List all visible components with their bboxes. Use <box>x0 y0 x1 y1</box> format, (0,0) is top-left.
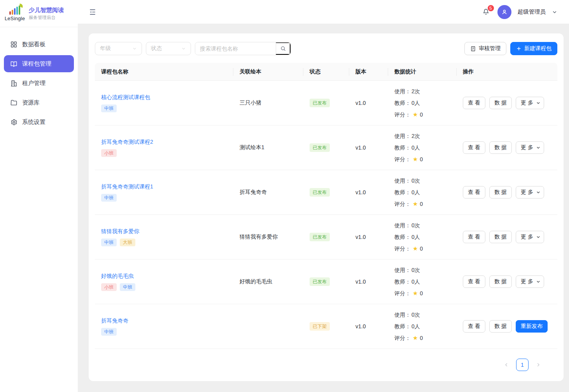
table-row: 折耳兔奇奇 中班 已下架 v1.0 使用：0次教师：0人评分：★0 查看数据重新… <box>95 304 557 349</box>
status-filter-select[interactable]: 状态 <box>146 42 191 55</box>
table-row: 核心流程测试课程包 中班 三只小猪 已发布 v1.0 使用：2次教师：0人评分：… <box>95 81 557 125</box>
rating-stat: 评分：★0 <box>394 109 450 120</box>
sidebar-item-label: 租户管理 <box>22 80 46 87</box>
view-button[interactable]: 查看 <box>463 320 485 333</box>
teachers-stat: 教师：0人 <box>394 142 450 153</box>
linked-book: 测试绘本1 <box>233 144 303 151</box>
star-icon: ★ <box>413 198 418 210</box>
more-button[interactable]: 更多 <box>516 141 544 154</box>
previous-page-icon[interactable] <box>504 362 509 368</box>
row-actions: 查看数据更多 <box>457 231 557 243</box>
usage-stat: 使用：2次 <box>394 130 450 142</box>
data-button[interactable]: 数据 <box>489 141 512 154</box>
data-button[interactable]: 数据 <box>489 186 512 199</box>
grade-tags: 中班 <box>101 328 227 336</box>
row-actions: 查看数据重新发布 <box>457 320 557 333</box>
status-filter-placeholder: 状态 <box>151 45 162 52</box>
version: v1.0 <box>349 234 388 240</box>
row-actions: 查看数据更多 <box>457 186 557 199</box>
version: v1.0 <box>349 323 388 329</box>
sidebar-item-resources[interactable]: 资源库 <box>4 94 74 111</box>
user-name[interactable]: 超级管理员 <box>518 8 546 16</box>
grade-tag: 中班 <box>101 239 117 246</box>
chevron-down-icon <box>181 46 186 51</box>
course-package-link[interactable]: 折耳兔奇奇 <box>101 317 128 324</box>
teachers-stat: 教师：0人 <box>394 186 450 198</box>
user-menu-chevron-down-icon[interactable] <box>552 9 557 15</box>
course-package-link[interactable]: 折耳兔奇奇测试课程1 <box>101 183 153 190</box>
page-number-button[interactable]: 1 <box>516 359 529 371</box>
star-icon: ★ <box>413 153 418 165</box>
grade-tag: 大班 <box>120 239 135 246</box>
sidebar-item-dashboard[interactable]: 数据看板 <box>4 36 74 53</box>
data-button[interactable]: 数据 <box>489 231 512 243</box>
republish-button[interactable]: 重新发布 <box>516 320 548 333</box>
grade-tags: 小班中班 <box>101 283 227 291</box>
more-button[interactable]: 更多 <box>516 231 544 243</box>
grade-tag: 中班 <box>101 194 117 202</box>
table-body: 核心流程测试课程包 中班 三只小猪 已发布 v1.0 使用：2次教师：0人评分：… <box>95 81 557 349</box>
view-button[interactable]: 查看 <box>463 97 485 109</box>
row-actions: 查看数据更多 <box>457 97 557 109</box>
notification-bell-icon[interactable]: 5 <box>481 7 491 17</box>
chevron-down-icon <box>132 46 137 51</box>
review-management-button[interactable]: 审核管理 <box>464 42 506 55</box>
teachers-stat: 教师：0人 <box>394 321 450 332</box>
course-package-link[interactable]: 猜猜我有多爱你 <box>101 228 139 235</box>
view-button[interactable]: 查看 <box>463 186 485 199</box>
user-avatar[interactable] <box>497 5 511 19</box>
grade-tags: 中班 <box>101 105 227 112</box>
rating-stat: 评分：★0 <box>394 332 450 344</box>
chevron-down-icon <box>536 101 541 105</box>
column-header-version: 版本 <box>349 68 388 75</box>
course-package-table: 课程包名称 关联绘本 状态 版本 数据统计 操作 核心流程测试课程包 中班 三只… <box>95 63 557 349</box>
table-row: 好饿的毛毛虫 小班中班 好饿的毛毛虫 已发布 v1.0 使用：0次教师：0人评分… <box>95 260 557 304</box>
grade-filter-select[interactable]: 年级 <box>95 42 142 55</box>
rating-stat: 评分：★0 <box>394 287 450 299</box>
more-button[interactable]: 更多 <box>516 275 544 288</box>
rating-stat: 评分：★0 <box>394 243 450 254</box>
version: v1.0 <box>349 279 388 285</box>
status-badge: 已发布 <box>310 188 330 197</box>
column-header-stats: 数据统计 <box>388 68 457 75</box>
sidebar-item-settings[interactable]: 系统设置 <box>4 113 74 131</box>
search-icon[interactable] <box>276 42 291 55</box>
stats: 使用：0次教师：0人评分：★0 <box>388 264 457 299</box>
audit-icon <box>470 46 476 52</box>
grade-tag: 中班 <box>101 105 117 112</box>
more-button[interactable]: 更多 <box>516 97 544 109</box>
table-row: 折耳兔奇奇测试课程2 小班 测试绘本1 已发布 v1.0 使用：2次教师：0人评… <box>95 125 557 170</box>
grade-tag: 中班 <box>120 283 135 291</box>
course-package-link[interactable]: 折耳兔奇奇测试课程2 <box>101 139 153 146</box>
data-button[interactable]: 数据 <box>489 320 512 333</box>
sidebar-collapse-button[interactable] <box>87 7 98 17</box>
building-icon <box>10 80 18 87</box>
course-package-link[interactable]: 核心流程测试课程包 <box>101 94 150 101</box>
folder-icon <box>10 99 18 106</box>
search-input[interactable] <box>195 42 276 55</box>
next-page-icon[interactable] <box>536 362 541 368</box>
data-button[interactable]: 数据 <box>489 97 512 109</box>
brand-subtitle: 服务管理后台 <box>29 15 64 21</box>
sidebar-item-course-packages[interactable]: 课程包管理 <box>4 55 74 72</box>
book-icon <box>10 60 18 68</box>
star-icon: ★ <box>413 243 418 254</box>
data-button[interactable]: 数据 <box>489 275 512 288</box>
view-button[interactable]: 查看 <box>463 275 485 288</box>
view-button[interactable]: 查看 <box>463 141 485 154</box>
column-header-actions: 操作 <box>457 68 557 75</box>
linked-book: 好饿的毛毛虫 <box>233 278 303 285</box>
create-course-package-button[interactable]: 新建课程包 <box>510 42 557 55</box>
view-button[interactable]: 查看 <box>463 231 485 243</box>
sidebar-item-tenants[interactable]: 租户管理 <box>4 75 74 92</box>
course-package-link[interactable]: 好饿的毛毛虫 <box>101 273 134 280</box>
table-row: 猜猜我有多爱你 中班大班 猜猜我有多爱你 已发布 v1.0 使用：0次教师：0人… <box>95 215 557 260</box>
chevron-down-icon <box>536 279 541 284</box>
rating-stat: 评分：★0 <box>394 153 450 165</box>
more-button[interactable]: 更多 <box>516 186 544 199</box>
usage-stat: 使用：0次 <box>394 309 450 321</box>
course-package-card: 年级 状态 审核管理 <box>89 33 564 381</box>
stats: 使用：0次教师：0人评分：★0 <box>388 220 457 254</box>
filter-toolbar: 年级 状态 审核管理 <box>95 42 557 63</box>
stats: 使用：0次教师：0人评分：★0 <box>388 309 457 344</box>
